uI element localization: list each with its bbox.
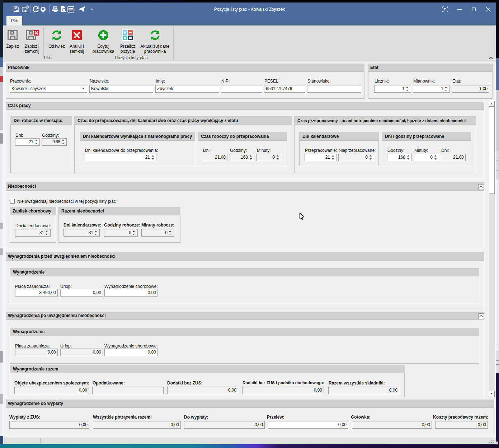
svg-text:PDF: PDF xyxy=(69,8,73,10)
